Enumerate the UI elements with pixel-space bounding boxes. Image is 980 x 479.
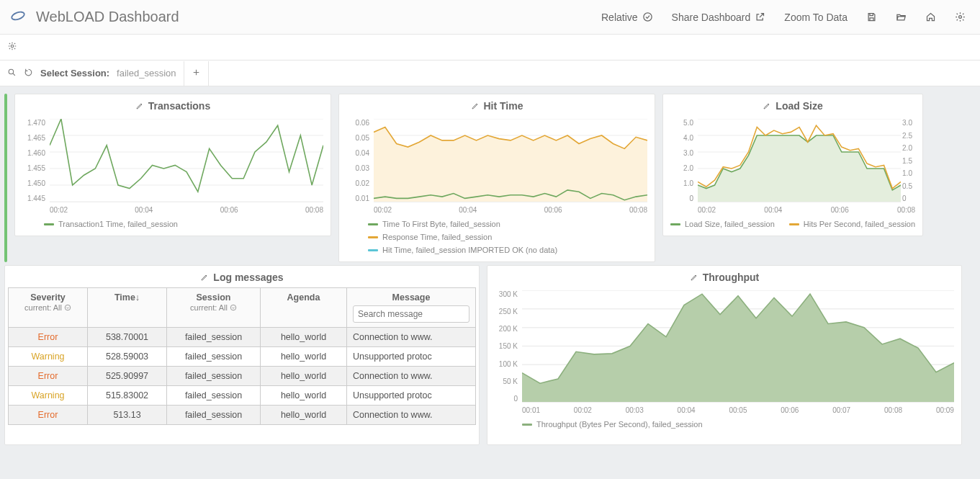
cell-agenda: hello_world <box>261 328 347 347</box>
relative-toggle[interactable]: Relative <box>597 9 657 26</box>
svg-point-2 <box>959 16 962 19</box>
row-drag-handle[interactable] <box>4 94 7 262</box>
dashboard-row-2: Log messages Severity current: All Time↓ <box>0 262 980 445</box>
y-axis-right: 3.02.52.01.51.00.50 <box>902 119 920 202</box>
cell-session: failed_session <box>167 367 261 386</box>
navbar: WebLOAD Dashboard Relative Share Dashboa… <box>0 0 980 35</box>
cell-severity: Warning <box>9 347 88 367</box>
panel-title-text: Log messages <box>213 272 283 283</box>
share-dashboard-button[interactable]: Share Dashboard <box>667 9 770 26</box>
cell-message: Unsupported protoc <box>347 347 476 367</box>
search-sessions-icon[interactable] <box>7 68 17 79</box>
panel-load-size: Load Size 5.04.03.02.01.00 3.02.52.01.51… <box>662 94 923 236</box>
relative-label: Relative <box>601 12 638 23</box>
check-circle-icon <box>642 12 653 22</box>
zoom-label: Zoom To Data <box>784 12 848 23</box>
panel-title-text: Hit Time <box>484 100 523 112</box>
cell-time: 538.70001 <box>88 328 167 347</box>
panel-title[interactable]: Load Size <box>663 94 922 115</box>
cell-agenda: hello_world <box>261 347 347 367</box>
chart-hit-time[interactable]: 0.060.050.040.030.020.01 00:0200:0400:06… <box>339 115 655 215</box>
edit-icon <box>135 102 144 110</box>
x-axis: 00:0100:0200:0300:0400:0500:0600:0700:08… <box>522 406 954 414</box>
table-row[interactable]: Warning528.59003failed_sessionhello_worl… <box>9 347 476 367</box>
open-button[interactable] <box>891 9 911 25</box>
session-value[interactable]: failed_session <box>117 68 176 79</box>
refresh-sessions-icon[interactable] <box>24 68 33 79</box>
panel-title[interactable]: Throughput <box>487 266 961 286</box>
folder-open-icon <box>896 12 907 22</box>
settings-button[interactable] <box>950 9 970 25</box>
cell-message: Connection to www. <box>347 406 476 425</box>
legend: Time To First Byte, failed_sessionRespon… <box>339 215 655 261</box>
zoom-to-data-button[interactable]: Zoom To Data <box>780 9 852 26</box>
col-message[interactable]: Message <box>347 288 476 328</box>
table-row[interactable]: Error525.90997failed_sessionhello_worldC… <box>9 367 476 386</box>
legend-item[interactable]: Hit Time, failed_session IMPORTED OK (no… <box>368 246 647 254</box>
plot-area <box>698 119 901 202</box>
cell-severity: Error <box>9 406 88 425</box>
table-row[interactable]: Error538.70001failed_sessionhello_worldC… <box>9 328 476 347</box>
legend-item[interactable]: Response Time, failed_session <box>368 233 647 241</box>
cell-severity: Error <box>9 367 88 386</box>
plot-area <box>522 290 954 403</box>
save-icon <box>866 12 877 22</box>
legend: Throughput (Bytes Per Second), failed_se… <box>487 416 961 436</box>
cell-session: failed_session <box>167 386 261 406</box>
share-label: Share Dashboard <box>672 12 751 23</box>
panel-title[interactable]: Transactions <box>15 94 331 115</box>
col-severity[interactable]: Severity current: All <box>9 288 88 328</box>
table-row[interactable]: Error513.13failed_sessionhello_worldConn… <box>9 406 476 425</box>
panel-title[interactable]: Log messages <box>5 266 479 286</box>
edit-icon <box>200 273 209 282</box>
y-axis: 300 K250 K200 K150 K100 K50 K0 <box>490 290 518 403</box>
chart-load-size[interactable]: 5.04.03.02.01.00 3.02.52.01.51.00.50 00:… <box>663 115 922 215</box>
col-agenda[interactable]: Agenda <box>261 288 347 328</box>
legend-item[interactable]: Load Size, failed_session <box>670 220 775 228</box>
cell-agenda: hello_world <box>261 386 347 406</box>
edit-icon <box>690 273 698 282</box>
y-axis: 0.060.050.040.030.020.01 <box>342 119 369 202</box>
cell-time: 513.13 <box>88 406 167 425</box>
cell-agenda: hello_world <box>261 367 347 386</box>
row-settings-button[interactable] <box>4 38 20 56</box>
col-session[interactable]: Session current: All <box>167 288 261 328</box>
add-session-button[interactable] <box>184 61 209 86</box>
cell-time: 515.83002 <box>88 386 167 406</box>
panel-log-messages: Log messages Severity current: All Time↓ <box>4 265 480 445</box>
panel-title-text: Transactions <box>148 100 210 112</box>
home-button[interactable] <box>921 9 940 25</box>
svg-point-24 <box>230 305 236 310</box>
svg-point-3 <box>11 45 14 48</box>
legend-item[interactable]: Time To First Byte, failed_session <box>368 220 647 228</box>
save-button[interactable] <box>862 9 881 25</box>
svg-point-4 <box>9 69 14 74</box>
svg-point-0 <box>11 11 25 22</box>
table-row[interactable]: Warning515.83002failed_sessionhello_worl… <box>9 386 476 406</box>
panel-title[interactable]: Hit Time <box>339 94 655 115</box>
home-icon <box>925 12 936 22</box>
dropdown-icon <box>64 304 71 311</box>
sub-toolbar <box>0 35 980 61</box>
col-time[interactable]: Time↓ <box>88 288 167 328</box>
chart-transactions[interactable]: 1.4701.4651.4601.4551.4501.445 00:0200:0… <box>15 115 331 215</box>
cell-message: Connection to www. <box>347 367 476 386</box>
x-axis: 00:0200:0400:0600:08 <box>698 206 915 214</box>
share-icon <box>755 12 765 22</box>
svg-point-23 <box>65 305 71 310</box>
legend: Transaction1 Time, failed_session <box>15 215 331 236</box>
select-session-label: Select Session: <box>40 68 109 79</box>
legend-item[interactable]: Transaction1 Time, failed_session <box>44 220 323 228</box>
y-axis: 5.04.03.02.01.00 <box>666 119 693 202</box>
cell-agenda: hello_world <box>261 406 347 425</box>
panel-transactions: Transactions 1.4701.4651.4601.4551.4501.… <box>14 94 331 236</box>
search-message-input[interactable] <box>353 305 469 323</box>
cell-message: Connection to www. <box>347 328 476 347</box>
legend-item[interactable]: Throughput (Bytes Per Second), failed_se… <box>522 420 703 429</box>
legend-item[interactable]: Hits Per Second, failed_session <box>789 220 915 228</box>
x-axis: 00:0200:0400:0600:08 <box>374 206 647 214</box>
dropdown-icon <box>230 304 237 311</box>
x-axis: 00:0200:0400:0600:08 <box>50 206 323 214</box>
cell-severity: Warning <box>9 386 88 406</box>
chart-throughput[interactable]: 300 K250 K200 K150 K100 K50 K0 00:0100:0… <box>487 286 961 416</box>
